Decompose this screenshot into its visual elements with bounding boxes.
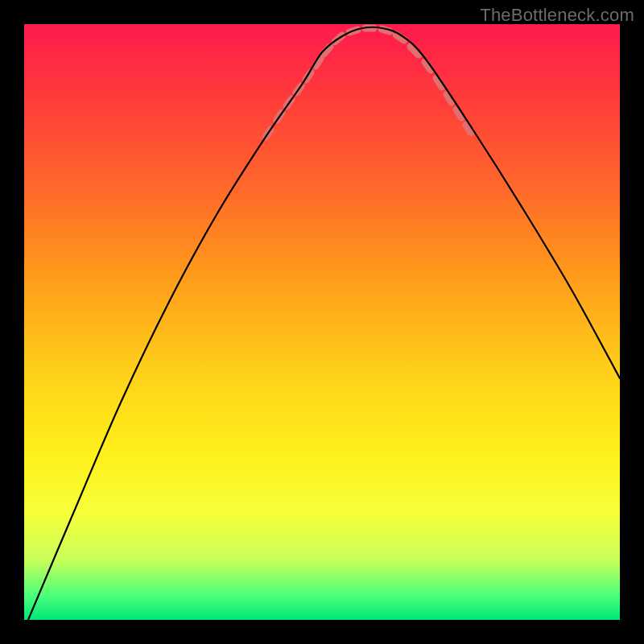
attribution-text: TheBottleneck.com [480,5,634,26]
bottleneck-curve [28,27,620,620]
dash-overlay-group [266,28,471,137]
chart-frame: TheBottleneck.com [0,0,644,644]
chart-svg [24,24,620,620]
